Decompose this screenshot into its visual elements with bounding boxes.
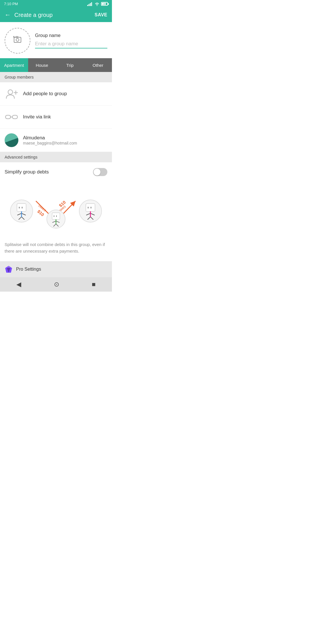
tab-house[interactable]: House bbox=[28, 58, 56, 72]
back-button[interactable]: ← bbox=[5, 11, 11, 19]
svg-line-21 bbox=[22, 213, 26, 215]
group-name-section: + Group name bbox=[0, 22, 112, 58]
group-name-label: Group name bbox=[35, 33, 107, 38]
group-name-input[interactable] bbox=[35, 40, 107, 48]
gem-icon bbox=[5, 265, 13, 273]
simplify-debts-row: Simplify group debts bbox=[0, 162, 112, 182]
svg-line-18 bbox=[19, 217, 22, 220]
svg-rect-29 bbox=[52, 213, 60, 220]
svg-line-36 bbox=[56, 221, 59, 223]
member-info: Almudena maese_baggins@hotmail.com bbox=[23, 135, 77, 145]
tab-apartment[interactable]: Apartment bbox=[0, 58, 28, 72]
battery-icon: 77 bbox=[101, 2, 108, 6]
time: 7:10 PM bbox=[4, 2, 18, 6]
svg-rect-0 bbox=[87, 5, 88, 6]
simplify-toggle[interactable] bbox=[93, 168, 107, 176]
person-right bbox=[79, 200, 102, 223]
group-name-input-wrap: Group name bbox=[35, 33, 107, 48]
page-title: Create a group bbox=[14, 12, 91, 18]
nav-back-button[interactable]: ◀ bbox=[16, 281, 21, 288]
svg-line-42 bbox=[88, 217, 90, 220]
svg-rect-12 bbox=[12, 115, 18, 119]
add-group-icon bbox=[5, 89, 18, 99]
svg-line-35 bbox=[53, 221, 56, 223]
member-email: maese_baggins@hotmail.com bbox=[23, 141, 77, 145]
svg-line-20 bbox=[18, 213, 22, 215]
add-people-button[interactable]: Add people to group bbox=[0, 82, 112, 106]
svg-rect-38 bbox=[86, 204, 95, 212]
svg-text:+: + bbox=[13, 35, 15, 38]
svg-rect-14 bbox=[17, 204, 26, 212]
svg-line-45 bbox=[90, 213, 94, 215]
signal-icon bbox=[87, 2, 93, 6]
svg-rect-1 bbox=[89, 4, 90, 6]
svg-rect-3 bbox=[91, 2, 92, 6]
status-icons: 77 bbox=[87, 2, 108, 6]
nav-recents-button[interactable]: ■ bbox=[92, 281, 96, 288]
arrows-container: owes $10 owes $10 bbox=[33, 192, 79, 230]
svg-line-43 bbox=[90, 217, 93, 220]
person-center bbox=[46, 210, 65, 229]
svg-point-5 bbox=[16, 38, 19, 41]
invite-label: Invite via link bbox=[23, 114, 51, 120]
svg-point-8 bbox=[8, 90, 13, 94]
add-people-label: Add people to group bbox=[23, 91, 67, 97]
invite-link-button[interactable]: Invite via link bbox=[0, 106, 112, 129]
add-people-icon bbox=[5, 87, 18, 101]
person-left bbox=[10, 200, 33, 223]
save-button[interactable]: SAVE bbox=[95, 12, 107, 17]
nav-home-button[interactable]: ⊙ bbox=[54, 281, 59, 288]
tab-other[interactable]: Other bbox=[84, 58, 112, 72]
svg-rect-4 bbox=[14, 37, 21, 42]
person-right-wrap bbox=[79, 200, 102, 223]
wifi-icon bbox=[94, 2, 100, 6]
advanced-settings-header: Advanced settings bbox=[0, 152, 112, 162]
svg-rect-2 bbox=[90, 3, 91, 6]
member-name: Almudena bbox=[23, 135, 77, 141]
group-type-tabs: Apartment House Trip Other bbox=[0, 58, 112, 72]
toggle-knob bbox=[94, 169, 100, 175]
camera-icon: + bbox=[12, 34, 23, 47]
simplify-label: Simplify group debts bbox=[5, 169, 49, 175]
svg-line-34 bbox=[56, 224, 58, 226]
svg-line-33 bbox=[54, 224, 56, 226]
tab-trip[interactable]: Trip bbox=[56, 58, 84, 72]
member-row[interactable]: Almudena maese_baggins@hotmail.com bbox=[0, 129, 112, 152]
pro-settings-label: Pro Settings bbox=[16, 267, 41, 272]
debt-diagram: owes $10 owes $10 bbox=[0, 182, 112, 239]
group-members-header: Group members bbox=[0, 72, 112, 82]
chain-link-icon bbox=[5, 113, 18, 121]
avatar bbox=[5, 133, 18, 147]
svg-line-19 bbox=[22, 217, 24, 220]
svg-line-44 bbox=[86, 213, 90, 215]
nav-bar: ◀ ⊙ ■ bbox=[0, 277, 112, 292]
status-bar: 7:10 PM 77 bbox=[0, 0, 112, 8]
svg-rect-11 bbox=[5, 115, 11, 119]
photo-upload-button[interactable]: + bbox=[5, 28, 30, 54]
simplify-description: Splitwise will not combine debts in this… bbox=[0, 239, 112, 261]
link-icon bbox=[5, 110, 18, 124]
pro-settings-row[interactable]: Pro Settings bbox=[0, 261, 112, 277]
top-bar: ← Create a group SAVE bbox=[0, 8, 112, 22]
